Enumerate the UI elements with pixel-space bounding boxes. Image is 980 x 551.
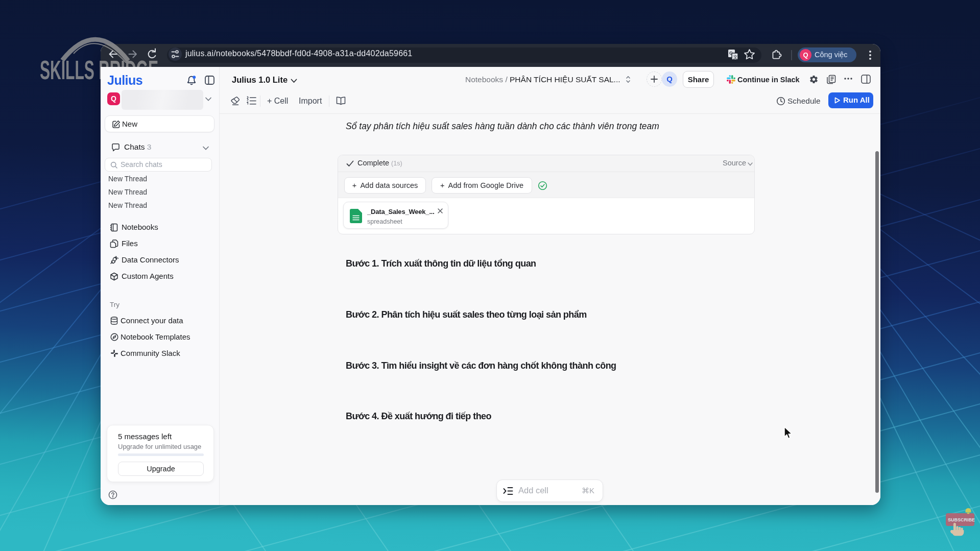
svg-text:SKILLS BRIDGE: SKILLS BRIDGE <box>40 55 158 85</box>
svg-text:SUBSCRIBE: SUBSCRIBE <box>948 517 975 522</box>
svg-text:文: 文 <box>733 55 738 60</box>
